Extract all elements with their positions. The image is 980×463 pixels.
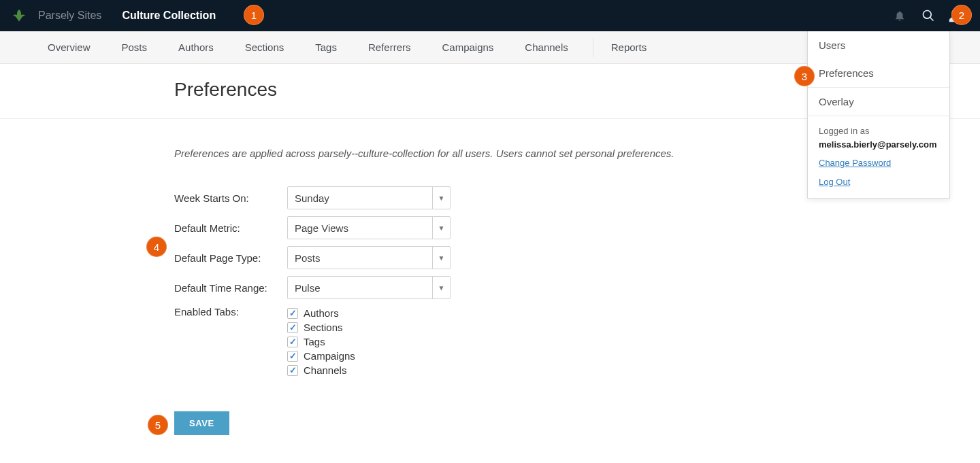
user-dropdown-panel: Users Preferences Overlay Logged in as m… xyxy=(807,31,950,199)
search-icon[interactable] xyxy=(919,6,938,25)
logged-in-label: Logged in as xyxy=(819,124,938,138)
parsely-logo xyxy=(11,7,27,24)
annotation-badge-2: 2 xyxy=(951,5,972,25)
week-label: Week Starts On: xyxy=(174,192,287,204)
pagetype-select-value: Posts xyxy=(288,247,432,269)
subnav-sections[interactable]: Sections xyxy=(237,36,293,58)
subnav-overview[interactable]: Overview xyxy=(39,36,99,58)
checkbox-tags[interactable] xyxy=(287,337,298,347)
checkbox-authors[interactable] xyxy=(287,308,298,319)
subnav-authors[interactable]: Authors xyxy=(170,36,222,58)
checkbox-campaigns-label: Campaigns xyxy=(304,350,355,362)
timerange-select[interactable]: Pulse ▼ xyxy=(287,276,451,299)
subnav-reports[interactable]: Reports xyxy=(603,36,655,58)
enabled-tabs-group: Authors Sections Tags Campaigns Channels xyxy=(287,306,355,379)
dropdown-item-users[interactable]: Users xyxy=(808,31,949,59)
chevron-down-icon: ▼ xyxy=(432,277,450,298)
topbar: Parsely Sites Culture Collection ▾ xyxy=(0,0,980,31)
checkbox-tags-label: Tags xyxy=(304,336,325,347)
subnav-campaigns[interactable]: Campaigns xyxy=(434,36,502,58)
annotation-badge-1: 1 xyxy=(244,5,264,25)
subnav-referrers[interactable]: Referrers xyxy=(360,36,419,58)
week-select[interactable]: Sunday ▼ xyxy=(287,186,451,209)
logged-in-email: melissa.bierly@parsely.com xyxy=(819,138,938,152)
chevron-down-icon: ▼ xyxy=(432,187,450,209)
checkbox-campaigns[interactable] xyxy=(287,351,298,362)
subnav-posts[interactable]: Posts xyxy=(114,36,156,58)
subnav-channels[interactable]: Channels xyxy=(517,36,576,58)
log-out-link[interactable]: Log Out xyxy=(819,175,850,189)
dropdown-footer: Logged in as melissa.bierly@parsely.com … xyxy=(808,116,949,198)
checkbox-channels-label: Channels xyxy=(304,364,346,376)
change-password-link[interactable]: Change Password xyxy=(819,156,891,170)
annotation-badge-3: 3 xyxy=(794,66,815,86)
metric-label: Default Metric: xyxy=(174,222,287,234)
dropdown-item-preferences[interactable]: Preferences xyxy=(808,59,949,87)
site-selector[interactable]: Culture Collection xyxy=(118,7,220,24)
timerange-label: Default Time Range: xyxy=(174,282,287,294)
checkbox-sections[interactable] xyxy=(287,322,298,333)
dropdown-item-overlay[interactable]: Overlay xyxy=(808,88,949,116)
week-select-value: Sunday xyxy=(288,187,432,209)
bell-icon[interactable] xyxy=(890,6,909,25)
metric-select[interactable]: Page Views ▼ xyxy=(287,216,451,239)
subnav-tags[interactable]: Tags xyxy=(307,36,345,58)
enabled-tabs-label: Enabled Tabs: xyxy=(174,306,287,318)
pagetype-select[interactable]: Posts ▼ xyxy=(287,246,451,269)
annotation-badge-4: 4 xyxy=(146,237,167,257)
checkbox-channels[interactable] xyxy=(287,365,298,376)
annotation-badge-5: 5 xyxy=(148,415,168,435)
checkbox-sections-label: Sections xyxy=(304,322,343,333)
pagetype-label: Default Page Type: xyxy=(174,252,287,264)
checkbox-authors-label: Authors xyxy=(304,307,339,319)
metric-select-value: Page Views xyxy=(288,217,432,239)
save-button[interactable]: SAVE xyxy=(174,411,229,435)
chevron-down-icon: ▼ xyxy=(432,247,450,269)
parsely-sites-link[interactable]: Parsely Sites xyxy=(34,7,105,24)
timerange-select-value: Pulse xyxy=(288,277,432,298)
chevron-down-icon: ▼ xyxy=(432,217,450,239)
